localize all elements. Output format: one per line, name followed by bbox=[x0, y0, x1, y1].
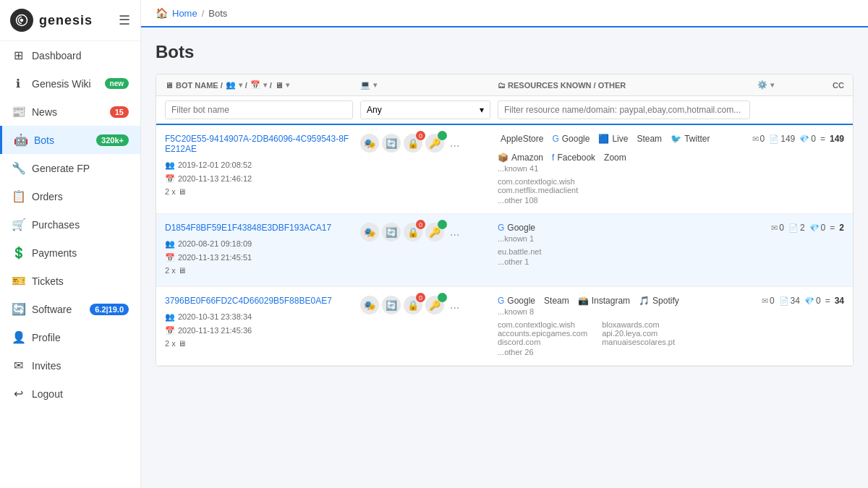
bot3-icon2: 🔄 bbox=[382, 296, 401, 314]
col-header-botname: 🖥 BOT NAME / 👥 ▾ / 📅 ▾ / 🖥 ▾ bbox=[165, 80, 353, 90]
logo-icon bbox=[10, 9, 33, 32]
bot1-name-link[interactable]: F5C20E55-9414907A-2DB46096-4C959543-8FE2… bbox=[165, 134, 353, 154]
sidebar-label-purchases: Purchases bbox=[32, 219, 80, 231]
resource-amazon: 📦 Amazon bbox=[498, 153, 543, 163]
sidebar-item-orders[interactable]: 📋 Orders bbox=[0, 182, 140, 210]
col-header-resources: 🗂 RESOURCES KNOWN / OTHER bbox=[498, 81, 750, 90]
main-content: 🏠 Home / Bots Bots 🖥 BOT NAME / 👥 ▾ / 📅 … bbox=[141, 0, 868, 488]
bot3-icon4: 🔑 bbox=[425, 296, 444, 314]
sidebar-item-generate-fp[interactable]: 🔧 Generate FP bbox=[0, 154, 140, 182]
filter-resource-input[interactable] bbox=[498, 100, 750, 119]
sidebar-item-invites[interactable]: ✉ Invites bbox=[0, 351, 140, 380]
dashboard-icon: ⊞ bbox=[12, 48, 25, 62]
bot3-resource-group: G Google Steam 📸 Instagram 🎵 Spotify bbox=[498, 296, 750, 306]
bot3-meta: 👥 2020-10-31 23:38:34 📅 2020-11-13 21:45… bbox=[165, 310, 353, 351]
bot3-stats-col: ✉ 0 📄 34 💎 0 = 34 bbox=[757, 296, 844, 356]
software-icon: 🔄 bbox=[12, 302, 25, 316]
resource-spotify-b3: 🎵 Spotify bbox=[639, 296, 679, 306]
resource-live: 🟦 Live bbox=[598, 134, 628, 144]
bot2-stats-row: ✉ 0 📄 2 💎 0 = 2 bbox=[757, 223, 844, 233]
bot2-known: ...known 1 bbox=[498, 234, 750, 243]
bot3-icon3: 🔒 0 bbox=[404, 296, 422, 314]
sidebar-label-orders: Orders bbox=[32, 191, 63, 202]
bot1-dots-btn[interactable]: ... bbox=[447, 137, 462, 150]
bot2-icons: 🎭 🔄 🔒 0 🔑 ... bbox=[360, 223, 490, 241]
profile-icon: 👤 bbox=[12, 330, 25, 344]
logo-area: genesis ☰ bbox=[0, 0, 140, 41]
bot3-stats-row: ✉ 0 📄 34 💎 0 = 34 bbox=[757, 296, 844, 306]
bot2-domains: eu.battle.net bbox=[498, 247, 750, 256]
bot2-resources-col: G Google ...known 1 eu.battle.net ...oth… bbox=[498, 223, 750, 278]
bot1-icons-col: 🎭 🔄 🔒 0 🔑 ... bbox=[360, 134, 490, 205]
wiki-icon: ℹ bbox=[12, 77, 25, 90]
table-header: 🖥 BOT NAME / 👥 ▾ / 📅 ▾ / 🖥 ▾ 💻 ▾ bbox=[156, 74, 853, 96]
sidebar-item-tickets[interactable]: 🎫 Tickets bbox=[0, 267, 140, 295]
bot3-other: ...other 26 bbox=[498, 348, 750, 356]
bot1-name-col: F5C20E55-9414907A-2DB46096-4C959543-8FE2… bbox=[165, 134, 353, 205]
bot3-name-col: 3796BE0F66FD2C4D66029B5F88BE0AE7 👥 2020-… bbox=[165, 296, 353, 356]
breadcrumb-home[interactable]: Home bbox=[172, 8, 197, 19]
bot1-icon3: 🔒 0 bbox=[404, 134, 422, 153]
purchases-icon: 🛒 bbox=[12, 218, 25, 231]
news-icon: 📰 bbox=[12, 105, 25, 119]
bot1-resources-col: AppleStore G Google 🟦 Live Steam bbox=[498, 134, 750, 205]
bot2-name-col: D1854F8BF59E1F43848E3DBF193ACA17 👥 2020-… bbox=[165, 223, 353, 278]
sidebar-label-generate-fp: Generate FP bbox=[32, 163, 90, 174]
bot3-icons: 🎭 🔄 🔒 0 🔑 ... bbox=[360, 296, 490, 314]
bot2-resource-group: G Google bbox=[498, 223, 750, 233]
bot3-name-link[interactable]: 3796BE0F66FD2C4D66029B5F88BE0AE7 bbox=[165, 296, 353, 306]
logout-icon: ↩ bbox=[12, 387, 25, 401]
hamburger-icon[interactable]: ☰ bbox=[119, 12, 130, 28]
table-row: 3796BE0F66FD2C4D66029B5F88BE0AE7 👥 2020-… bbox=[156, 287, 853, 366]
sidebar-label-profile: Profile bbox=[32, 332, 61, 343]
sidebar-item-software[interactable]: 🔄 Software 6.2|19.0 bbox=[0, 295, 140, 323]
chevron-icon: ▾ bbox=[239, 81, 242, 89]
sidebar-label-logout: Logout bbox=[32, 388, 63, 400]
orders-icon: 📋 bbox=[12, 189, 25, 203]
resource-facebook: f Facebook bbox=[552, 153, 595, 163]
resource-google-b3: G Google bbox=[498, 296, 535, 306]
sidebar-item-news[interactable]: 📰 News 15 bbox=[0, 98, 140, 126]
bot1-stats-row: ✉ 0 📄 149 💎 0 = 149 bbox=[757, 134, 844, 144]
table-row: D1854F8BF59E1F43848E3DBF193ACA17 👥 2020-… bbox=[156, 214, 853, 287]
bot3-dots-btn[interactable]: ... bbox=[447, 299, 462, 312]
sidebar-label-dashboard: Dashboard bbox=[32, 50, 82, 61]
bots-table: 🖥 BOT NAME / 👥 ▾ / 📅 ▾ / 🖥 ▾ 💻 ▾ bbox=[156, 74, 854, 367]
resource-instagram-b3: 📸 Instagram bbox=[578, 296, 630, 306]
col-header-os: 💻 ▾ bbox=[360, 80, 490, 90]
bot2-icon2: 🔄 bbox=[382, 223, 401, 241]
col-header-actions: ⚙️ ▾ CC bbox=[757, 80, 844, 90]
bot3-resources-col: G Google Steam 📸 Instagram 🎵 Spotify bbox=[498, 296, 750, 356]
resource-google-b2: G Google bbox=[498, 223, 535, 233]
wiki-badge: new bbox=[105, 78, 129, 89]
sidebar-item-dashboard[interactable]: ⊞ Dashboard bbox=[0, 41, 140, 69]
generate-fp-icon: 🔧 bbox=[12, 161, 25, 175]
filter-icon: 💻 bbox=[360, 80, 370, 90]
svg-point-0 bbox=[21, 20, 23, 22]
tickets-icon: 🎫 bbox=[12, 274, 25, 288]
resource-twitter: 🐦 Twitter bbox=[671, 134, 710, 144]
filter-botname-input[interactable] bbox=[165, 100, 353, 119]
table-row: F5C20E55-9414907A-2DB46096-4C959543-8FE2… bbox=[156, 125, 853, 214]
bot1-meta: 👥 2019-12-01 20:08:52 📅 2020-11-13 21:46… bbox=[165, 158, 353, 199]
sidebar: genesis ☰ ⊞ Dashboard ℹ Genesis Wiki new… bbox=[0, 0, 141, 488]
resource-steam-b3: Steam bbox=[544, 296, 569, 306]
filter-any-select[interactable]: Any ▾ bbox=[360, 100, 490, 119]
bot2-meta: 👥 2020-08-21 09:18:09 📅 2020-11-13 21:45… bbox=[165, 237, 353, 278]
sidebar-item-genesis-wiki[interactable]: ℹ Genesis Wiki new bbox=[0, 69, 140, 98]
bot1-stats-col: ✉ 0 📄 149 💎 0 = 149 bbox=[757, 134, 844, 205]
bot3-icon1: 🎭 bbox=[360, 296, 379, 314]
sidebar-item-logout[interactable]: ↩ Logout bbox=[0, 380, 140, 408]
sidebar-label-software: Software bbox=[32, 304, 72, 315]
sidebar-item-profile[interactable]: 👤 Profile bbox=[0, 323, 140, 351]
bot2-badge2 bbox=[438, 220, 447, 229]
bot3-icons-col: 🎭 🔄 🔒 0 🔑 ... bbox=[360, 296, 490, 356]
bot2-dots-btn[interactable]: ... bbox=[447, 226, 462, 239]
topbar: 🏠 Home / Bots bbox=[141, 0, 868, 27]
sidebar-item-purchases[interactable]: 🛒 Purchases bbox=[0, 210, 140, 239]
bot1-other: ...other 108 bbox=[498, 196, 750, 205]
resource-zoom: Zoom bbox=[604, 153, 626, 163]
sidebar-item-payments[interactable]: 💲 Payments bbox=[0, 239, 140, 267]
sidebar-item-bots[interactable]: 🤖 Bots 320k+ bbox=[0, 126, 140, 154]
bot2-name-link[interactable]: D1854F8BF59E1F43848E3DBF193ACA17 bbox=[165, 223, 353, 233]
